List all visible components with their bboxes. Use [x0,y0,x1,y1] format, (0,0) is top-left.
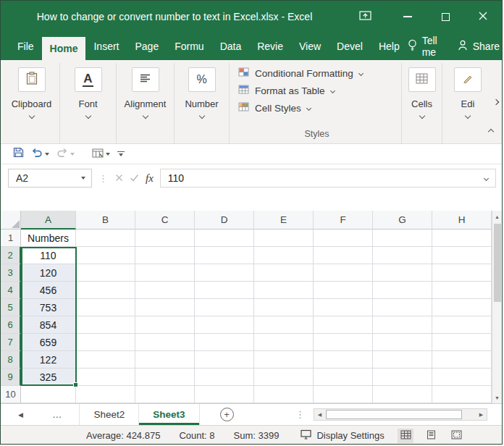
row-header-6[interactable]: 6 [1,316,21,334]
cells-B3-H3[interactable] [76,264,492,282]
customize-qat-button[interactable] [114,151,128,157]
cancel-icon[interactable] [115,172,123,185]
tab-insert-label: Insert [93,41,119,52]
formula-input[interactable]: 110 [160,169,496,188]
redo-button[interactable] [53,146,78,162]
cell-A5[interactable]: 753 [21,299,76,316]
cells-B1-H1[interactable] [76,230,492,247]
sheet2-label: Sheet2 [93,409,125,420]
row-header-2[interactable]: 2 [1,247,21,264]
cells-B2-H2[interactable] [76,247,492,264]
cell-A4[interactable]: 456 [21,282,76,299]
clipboard-group-button[interactable]: Clipboard [4,63,60,143]
save-button[interactable] [9,146,28,162]
select-all-corner[interactable] [1,211,21,230]
tab-help[interactable]: Help [371,33,408,60]
tab-insert[interactable]: Insert [85,33,127,60]
normal-view-button[interactable] [398,429,413,443]
row-header-10[interactable]: 10 [1,386,21,403]
cell-styles-button[interactable]: Cell Styles [238,102,311,114]
enter-check-icon[interactable] [130,172,139,185]
tell-me-button[interactable]: Tell me [408,35,437,58]
horizontal-scrollbar[interactable]: ◀ ▶ [314,408,487,421]
column-header-C[interactable]: C [135,211,195,230]
cell-A8[interactable]: 122 [21,351,76,369]
vertical-scrollbar[interactable]: ▲ ▼ [492,211,502,403]
cell-A6[interactable]: 854 [21,316,76,334]
tab-page-layout[interactable]: Page [127,33,167,60]
row-header-8[interactable]: 8 [1,351,21,369]
maximize-button[interactable] [427,1,464,33]
ribbon-display-options-button[interactable] [348,1,382,33]
column-header-H[interactable]: H [432,211,492,230]
tab-developer[interactable]: Devel [329,33,371,60]
alignment-group-button[interactable]: Alignment [117,63,175,143]
page-break-preview-button[interactable] [448,429,464,443]
cells-B4-H4[interactable] [76,282,492,299]
tab-view[interactable]: View [291,33,329,60]
separator-dots-icon[interactable]: ⋮ [98,173,109,184]
redo-icon [56,148,68,161]
ribbon-scroll-right-button[interactable] [490,82,502,122]
page-layout-view-button[interactable] [423,429,439,443]
cells-B8-H8[interactable] [76,351,492,369]
tab-review[interactable]: Revie [249,33,291,60]
scroll-right-icon[interactable]: ▶ [476,412,487,418]
format-as-table-button[interactable]: Format as Table [238,85,335,96]
font-group-button[interactable]: A Font [60,63,117,143]
editing-group-button[interactable]: Edi [442,63,493,143]
tab-file[interactable]: File [9,33,42,60]
cells-B6-H6[interactable] [76,316,492,334]
column-header-G[interactable]: G [373,211,432,230]
sheet-nav-left-icon[interactable]: ◀ [1,411,23,418]
row-header-9[interactable]: 9 [1,369,21,386]
tab-splitter-icon[interactable]: ⋮ [295,409,305,420]
cell-styles-label: Cell Styles [255,103,301,114]
new-sheet-button[interactable]: + [220,408,234,421]
row-header-7[interactable]: 7 [1,334,21,351]
collapse-ribbon-button[interactable] [489,124,493,137]
cell-A3[interactable]: 120 [21,264,76,282]
row-header-4[interactable]: 4 [1,282,21,299]
tab-file-label: File [17,41,34,52]
column-header-A[interactable]: A [21,211,76,230]
display-settings-button[interactable]: Display Settings [301,429,384,442]
column-header-F[interactable]: F [314,211,373,230]
tab-home[interactable]: Home [42,37,86,60]
column-header-D[interactable]: D [195,211,254,230]
undo-button[interactable] [28,146,53,162]
close-button[interactable] [464,1,502,33]
column-header-E[interactable]: E [254,211,314,230]
table-tool-button[interactable] [88,146,114,162]
cells-B5-H5[interactable] [76,299,492,316]
conditional-formatting-button[interactable]: Conditional Formatting [238,67,363,79]
tab-formulas[interactable]: Formu [167,33,211,60]
sheet-tab-sheet3[interactable]: Sheet3 [139,404,199,425]
row-header-5[interactable]: 5 [1,299,21,316]
cell-A9[interactable]: 325 [21,369,76,386]
name-box[interactable]: A2 [8,169,92,188]
cell-A1[interactable]: Numbers [21,230,76,247]
sheet-nav-ellipsis[interactable]: … [52,409,64,420]
scroll-up-icon[interactable]: ▲ [492,211,502,222]
row-header-3[interactable]: 3 [1,264,21,282]
vertical-scroll-thumb[interactable] [494,224,501,302]
scroll-down-icon[interactable]: ▼ [492,392,502,403]
insert-function-button[interactable]: fx [146,172,154,185]
number-group-button[interactable]: % Number [175,63,230,143]
cells-B10-H10[interactable] [76,386,492,403]
cells-group-button[interactable]: Cells [402,63,442,143]
share-button[interactable]: Share [458,40,500,53]
horizontal-scroll-thumb[interactable] [326,410,462,419]
column-header-B[interactable]: B [76,211,135,230]
cells-B9-H9[interactable] [76,369,492,386]
tab-data[interactable]: Data [212,33,250,60]
row-header-1[interactable]: 1 [1,230,21,247]
cell-A7[interactable]: 659 [21,334,76,351]
cell-A10[interactable] [21,386,76,403]
minimize-button[interactable] [389,1,427,33]
sheet-tab-sheet2[interactable]: Sheet2 [79,404,139,425]
cells-B7-H7[interactable] [76,334,492,351]
scroll-left-icon[interactable]: ◀ [314,412,325,418]
cell-A2-active[interactable]: 110 [21,247,76,264]
